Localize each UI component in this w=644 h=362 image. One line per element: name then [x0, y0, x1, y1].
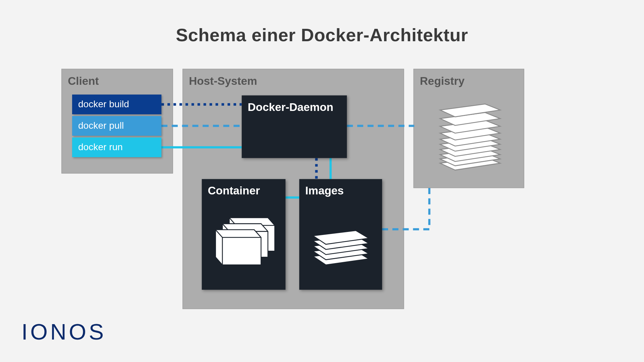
images-icon [305, 218, 378, 282]
registry-icon [429, 95, 511, 180]
brand-logo: IONOS [21, 319, 106, 345]
cmd-docker-build: docker build [72, 95, 161, 114]
cmd-docker-run: docker run [72, 137, 161, 157]
host-panel-label: Host-System [189, 74, 257, 88]
diagram-title: Schema einer Docker-Architektur [0, 25, 644, 46]
cmd-docker-pull-label: docker pull [78, 120, 124, 131]
images-box-label: Images [299, 179, 382, 202]
daemon-box-label: Docker-Daemon [242, 96, 347, 119]
registry-panel-label: Registry [420, 74, 465, 88]
container-box: Container [202, 179, 286, 290]
container-box-label: Container [202, 179, 286, 202]
container-icon [207, 205, 280, 278]
client-panel-label: Client [68, 74, 99, 88]
cmd-docker-build-label: docker build [78, 99, 129, 110]
images-box: Images [299, 179, 382, 290]
cmd-docker-pull: docker pull [72, 116, 161, 136]
cmd-docker-run-label: docker run [78, 142, 123, 153]
diagram-canvas: Schema einer Docker-Architektur Client H… [0, 0, 644, 362]
daemon-box: Docker-Daemon [242, 96, 347, 158]
